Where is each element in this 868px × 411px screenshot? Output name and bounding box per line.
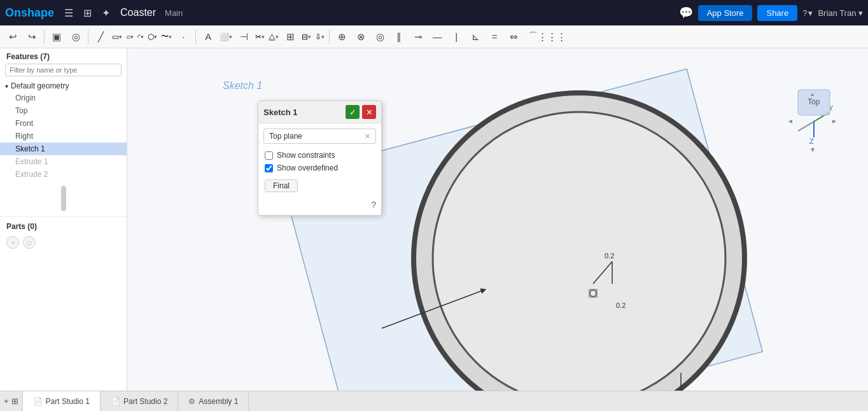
midpoint-tool[interactable]: ⊣ bbox=[235, 28, 253, 46]
rectangle-dropdown-arrow: ▾ bbox=[119, 34, 122, 40]
toolbar-separator-2 bbox=[88, 30, 88, 44]
symmetry-tool[interactable]: ⇔ bbox=[505, 28, 522, 46]
svg-text:◂: ◂ bbox=[788, 116, 792, 125]
pattern-dropdown-arrow: ▾ bbox=[308, 34, 311, 40]
pierce-tool[interactable]: ⋮⋮⋮ bbox=[543, 28, 561, 46]
show-constraints-checkbox[interactable] bbox=[265, 151, 273, 160]
equal-tool[interactable]: ∥ bbox=[390, 28, 408, 46]
sketch-cancel-button[interactable]: ✕ bbox=[362, 105, 376, 119]
tab-part-studio-2[interactable]: 📄 Part Studio 2 bbox=[101, 391, 178, 411]
help-button[interactable]: ? ▾ bbox=[802, 8, 813, 18]
import-dropdown-arrow: ▾ bbox=[321, 34, 325, 40]
branch-label: Main bbox=[165, 8, 183, 18]
sketch-dialog-buttons: ✓ ✕ bbox=[346, 105, 376, 119]
svg-text:Z: Z bbox=[809, 137, 814, 145]
add-tab-icon[interactable]: + bbox=[4, 396, 9, 406]
svg-text:0.2: 0.2 bbox=[605, 252, 614, 260]
tab-action-icons: + ⊞ bbox=[0, 391, 23, 411]
app-store-button[interactable]: App Store bbox=[698, 5, 753, 21]
plane-label: Top plane bbox=[269, 132, 302, 141]
hamburger-menu-icon[interactable]: ☰ bbox=[62, 6, 76, 20]
rectangle-tool[interactable]: ▭ ▾ bbox=[111, 32, 123, 41]
show-constraints-label[interactable]: Show constraints bbox=[277, 151, 335, 160]
show-overdefined-checkbox[interactable] bbox=[265, 164, 273, 172]
linear-pattern-tool[interactable]: ⊞ bbox=[281, 28, 299, 46]
pattern-icon: ⊟ bbox=[302, 32, 308, 41]
mirror-tool[interactable]: ⧋ ▾ bbox=[267, 32, 280, 41]
feature-filter-input[interactable] bbox=[5, 64, 122, 76]
arc-dropdown-arrow: ▾ bbox=[141, 34, 144, 40]
polygon-tool[interactable]: ⬡ ▾ bbox=[146, 32, 158, 41]
redo-button[interactable]: ↪ bbox=[23, 28, 41, 46]
vertical-tool[interactable]: | bbox=[447, 28, 465, 46]
feature-top[interactable]: Top bbox=[0, 104, 127, 117]
undo-button[interactable]: ↩ bbox=[4, 28, 22, 46]
feature-extrude1[interactable]: Extrude 1 bbox=[0, 155, 127, 168]
parts-header: Parts (0) bbox=[0, 216, 127, 233]
svg-text:Top: Top bbox=[808, 97, 820, 106]
plane-clear-icon[interactable]: ✕ bbox=[365, 132, 370, 141]
sketch-dialog-header: Sketch 1 ✓ ✕ bbox=[258, 101, 381, 123]
feature-extrude2[interactable]: Extrude 2 bbox=[0, 168, 127, 181]
circle-tool[interactable]: ○ ▾ bbox=[125, 32, 135, 41]
spline-tool[interactable]: 〜 ▾ bbox=[160, 31, 173, 42]
line-tool[interactable]: ╱ bbox=[92, 28, 109, 46]
coincident-tool[interactable]: ⊗ bbox=[352, 28, 370, 46]
concentric-tool[interactable]: ◎ bbox=[371, 28, 389, 46]
tab-options-icon[interactable]: ⊞ bbox=[11, 396, 18, 406]
tab-part-studio-2-label: Part Studio 2 bbox=[123, 397, 167, 406]
import-tool[interactable]: ⇩ ▾ bbox=[314, 32, 326, 41]
perpendicular-tool[interactable]: ⊾ bbox=[466, 28, 484, 46]
plane-selector[interactable]: Top plane ✕ bbox=[263, 129, 376, 144]
onshape-logo[interactable]: Onshape bbox=[5, 6, 54, 20]
show-overdefined-label[interactable]: Show overdefined bbox=[277, 164, 338, 172]
tab-part-studio-1-label: Part Studio 1 bbox=[46, 397, 90, 406]
offset-icon: ⬜ bbox=[220, 32, 229, 41]
trim-tool[interactable]: ✂ ▾ bbox=[254, 32, 266, 41]
svg-text:▸: ▸ bbox=[832, 116, 836, 125]
filter-icon[interactable]: ⊞ bbox=[81, 6, 94, 20]
part-studio-button[interactable]: ▣ bbox=[48, 28, 66, 46]
dimension-tool[interactable]: ⊸ bbox=[409, 28, 427, 46]
spline-icon: 〜 bbox=[161, 31, 169, 42]
default-geometry-group[interactable]: ▾ Default geometry bbox=[0, 80, 127, 92]
show-overdefined-option: Show overdefined bbox=[258, 162, 381, 174]
tab-assembly-1[interactable]: ⚙ Assembly 1 bbox=[178, 391, 249, 411]
tab-doc-icon-2: 📄 bbox=[111, 397, 120, 406]
final-button[interactable]: Final bbox=[265, 179, 298, 192]
part-icon-2: □ bbox=[23, 236, 36, 249]
pattern-tool[interactable]: ⊟ ▾ bbox=[300, 32, 312, 41]
text-tool[interactable]: A bbox=[199, 28, 217, 46]
feature-origin[interactable]: Origin bbox=[0, 92, 127, 104]
tools-icon[interactable]: ✦ bbox=[99, 6, 113, 20]
point-tool[interactable]: · bbox=[174, 28, 192, 46]
parts-area: ○ □ bbox=[0, 233, 127, 251]
circle-dropdown-arrow: ▾ bbox=[130, 34, 134, 40]
transform-tool[interactable]: ⊕ bbox=[333, 28, 351, 46]
offset-tool[interactable]: ⬜ ▾ bbox=[218, 32, 234, 41]
nav-cube[interactable]: Y Z Top ▾ ◂ ▸ ▴ bbox=[785, 87, 843, 144]
assembly-button[interactable]: ◎ bbox=[67, 28, 85, 46]
feature-sketch1[interactable]: Sketch 1 bbox=[0, 143, 127, 155]
scrollbar-thumb[interactable] bbox=[61, 186, 66, 211]
offset-dropdown-arrow: ▾ bbox=[229, 34, 232, 40]
polygon-dropdown-arrow: ▾ bbox=[154, 34, 157, 40]
dialog-help-icon[interactable]: ? bbox=[371, 200, 376, 210]
arc-tool[interactable]: ◜ ▾ bbox=[136, 32, 145, 41]
user-menu[interactable]: Brian Tran ▾ bbox=[818, 8, 863, 18]
tab-part-studio-1[interactable]: 📄 Part Studio 1 bbox=[23, 391, 101, 411]
toolbar-separator-4 bbox=[329, 30, 330, 44]
chat-icon[interactable]: 💬 bbox=[679, 6, 693, 20]
expand-arrow: ▾ bbox=[5, 83, 8, 90]
canvas-area[interactable]: Sketch 1 Ø4.2 0.2 0.2 bbox=[127, 48, 868, 391]
document-title: Coaster bbox=[120, 7, 156, 18]
share-button[interactable]: Share bbox=[757, 5, 797, 21]
parallel-tool[interactable]: = bbox=[486, 28, 503, 46]
top-nav: Onshape ☰ ⊞ ✦ Coaster Main 💬 App Store S… bbox=[0, 0, 868, 25]
feature-right[interactable]: Right bbox=[0, 130, 127, 143]
horizontal-tool[interactable]: — bbox=[428, 28, 446, 46]
sketch-confirm-button[interactable]: ✓ bbox=[346, 105, 360, 119]
main-layout: Features (7) document.getElementById('fi… bbox=[0, 48, 868, 391]
feature-front[interactable]: Front bbox=[0, 117, 127, 130]
polygon-icon: ⬡ bbox=[148, 32, 154, 41]
